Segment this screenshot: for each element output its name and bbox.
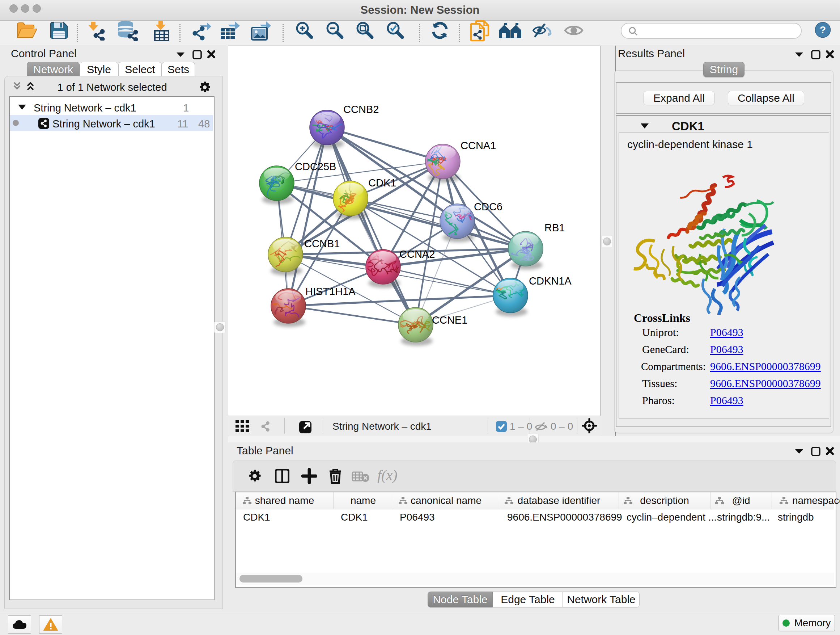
svg-text:CCNA1: CCNA1: [461, 140, 496, 151]
svg-text:CDK1: CDK1: [368, 177, 396, 188]
svg-text:CCNE1: CCNE1: [432, 314, 467, 326]
svg-text:CCNB2: CCNB2: [343, 103, 379, 115]
svg-text:CCNA2: CCNA2: [399, 249, 435, 260]
svg-text:CDC6: CDC6: [474, 201, 502, 212]
svg-text:CCNB1: CCNB1: [304, 238, 340, 249]
svg-text:RB1: RB1: [545, 222, 565, 233]
svg-text:CDKN1A: CDKN1A: [529, 275, 572, 287]
svg-text:CDC25B: CDC25B: [295, 161, 336, 172]
svg-text:HIST1H1A: HIST1H1A: [305, 286, 355, 297]
svg-text:?: ?: [820, 24, 826, 35]
